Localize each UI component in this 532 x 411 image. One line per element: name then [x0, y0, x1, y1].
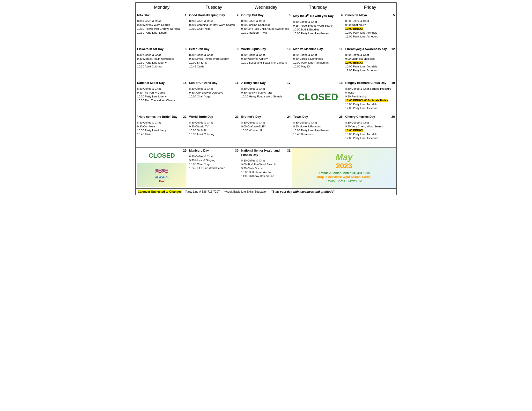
week-row-4: 22 "Here comes the Bride" Day 8:30 Coffe… [136, 114, 396, 148]
closed-memorial-label: CLOSED [137, 149, 186, 162]
cell-may22: 22 "Here comes the Bride" Day 8:30 Coffe… [136, 114, 188, 148]
year-title: 2023 [336, 162, 352, 170]
header-wednesday: Wednesday [240, 3, 292, 12]
may-2023-promo: May 2023 Archdale Senior Center 336-431-… [292, 148, 396, 188]
cell-may8: 8 Flowers in Art Day 8:30 Coffee & Chat … [136, 46, 188, 80]
calendar: Monday Tuesday Wednesday Thursday Friday… [135, 2, 397, 195]
cell-may16: 16 Senior Citizens Day 8:30 Coffee & Cha… [188, 80, 240, 114]
cell-may23: 23 World Turtle Day 8:30 Coffee & Chat 9… [188, 114, 240, 148]
cell-may10: 10 World Lupus Day 8:30 Coffee & Chat 9:… [240, 46, 292, 80]
cell-may26: 26 Cheery Cherries Day 8:30 Coffee & Cha… [344, 114, 396, 148]
cell-may24: 24 Brother's Day 8:30 Coffee & Chat 9:00… [240, 114, 292, 148]
week-row-5: 29 CLOSED 🇺🇸🇺🇸 MEMORIAL DAY 30 Manicure … [136, 148, 396, 188]
cell-may29-memorial: 29 CLOSED 🇺🇸🇺🇸 MEMORIAL DAY [136, 148, 188, 188]
cell-may2: 2 Good Housekeeping Day 8:30 Coffee & Ch… [188, 12, 240, 46]
drop-in-info: Drop-in Activities; Word Search, Cards, [317, 175, 371, 179]
cell-may31: 31 National Senior Health and Fitness Da… [240, 148, 292, 188]
cell-may12: 12 Fibromyalgia Awareness day 8:30 Coffe… [344, 46, 396, 80]
cell-may9: 9 Peter Pan Day 8:30 Coffee & Chat 9:30 … [188, 46, 240, 80]
cell-may19: 19 Ringley Brothers Circus Day 8:30 Coff… [344, 80, 396, 114]
cell-may30: 30 Manicure Day 8:30 Coffee & Chat 9:30 … [188, 148, 240, 188]
closed-label: CLOSED [295, 83, 341, 111]
cell-may5: 5 Cinco De Mayo 8:30 Coffee & Chat 9:30 … [344, 12, 396, 46]
cell-may3: 3 Grump Out Day 8:30 Coffee & Chat 9:00 … [240, 12, 292, 46]
header-tuesday: Tuesday [188, 3, 240, 12]
cell-may11: 11 Man vs Machine Day 8:30 Coffee & Chat… [292, 46, 344, 80]
footer-changes: Calendar Subjected to Changes [138, 190, 182, 193]
calendar-header: Monday Tuesday Wednesday Thursday Friday [136, 3, 396, 12]
header-thursday: Thursday [292, 3, 344, 12]
memorial-day-image: 🇺🇸🇺🇸 MEMORIAL DAY [137, 163, 186, 187]
may-title: May [336, 153, 352, 162]
cell-may4: 4 May the 4th Be with you Day 8:30 Coffe… [292, 12, 344, 46]
center-name: Archdale Senior Center 336-431-1938 [318, 171, 370, 175]
cell-may15: 15 National Slider Day 8:30 Coffee & Cha… [136, 80, 188, 114]
week-row-3: 15 National Slider Day 8:30 Coffee & Cha… [136, 80, 396, 114]
cell-may17: 17 A Berry Nice Day 8:30 Coffee & Chat 9… [240, 80, 292, 114]
header-friday: Friday [344, 3, 396, 12]
footer-quote: "Start your day with happiness and grati… [271, 190, 334, 193]
footer-party-line: Party Line # 336-715-7297 [185, 190, 220, 193]
header-monday: Monday [136, 3, 188, 12]
week-row-1: 1 MAYDAY 8:30 Coffee & Chat 9:30 Mayday … [136, 12, 396, 46]
cell-may1: 1 MAYDAY 8:30 Coffee & Chat 9:30 Mayday … [136, 12, 188, 46]
footer-adult-ed: **Adult Basic Life-Skills Education [224, 190, 267, 193]
library-info: Library, Chess, Puzzles Etc [326, 179, 362, 183]
calendar-footer: Calendar Subjected to Changes Party Line… [136, 188, 396, 195]
cell-may18-closed: 18 CLOSED [292, 80, 344, 114]
week-row-2: 8 Flowers in Art Day 8:30 Coffee & Chat … [136, 46, 396, 80]
cell-may25: 25 Towel Day 8:30 Coffee & Chat 9:30 Mov… [292, 114, 344, 148]
